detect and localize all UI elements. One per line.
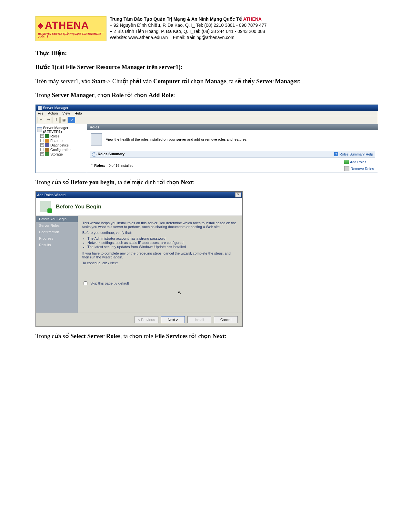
configuration-icon (45, 148, 49, 152)
wizard-continue-note: To continue, click Next. (82, 261, 238, 265)
remove-icon (344, 166, 349, 171)
org-banner: ◈ ATHENA TRUNG TÂM ĐÀO TẠO QUẢN TRỊ MẠNG… (35, 16, 376, 41)
nav-tree: Server Manager (SERVER1) +Roles +Feature… (36, 124, 87, 173)
nav-server-roles[interactable]: Server Roles (36, 222, 78, 229)
window-titlebar[interactable]: Server Manager (36, 105, 378, 111)
wizard-button-bar: < Previous Next > Install Cancel (36, 313, 242, 326)
wizard-nav: Before You Begin Server Roles Confirmati… (36, 216, 78, 313)
menu-action[interactable]: Action (48, 111, 58, 115)
tree-root[interactable]: Server Manager (SERVER1) (37, 125, 85, 134)
para-3: Trong cửa sổ Before you begin, ta để mặc… (35, 177, 376, 187)
roles-summary-bar[interactable]: ˄Roles Summary ?Roles Summary Help (90, 151, 375, 158)
verify-item-2: Network settings, such as static IP addr… (87, 241, 238, 245)
toolbar-help-button[interactable]: ? (68, 117, 75, 123)
storage-icon (45, 152, 49, 156)
tree-roles[interactable]: +Roles (37, 134, 85, 138)
wizard-intro: This wizard helps you install roles on t… (82, 221, 238, 229)
org-address-1: + 92 Nguyễn Đình Chiểu, P. Đa Kao, Q. I_… (110, 22, 266, 28)
server-manager-window: Server Manager File Action View Help ⇦ ⇨… (35, 105, 378, 173)
wizard-header: Before You Begin (36, 198, 242, 216)
menu-help[interactable]: Help (75, 111, 82, 115)
diagnostics-icon (45, 143, 49, 147)
expand-icon[interactable]: + (40, 139, 44, 142)
logo-tagline: TRUNG TÂM ĐÀO TẠO QUẢN TRỊ MẠNG & AN NIN… (38, 32, 104, 38)
previous-button: < Previous (135, 316, 158, 323)
wizard-verify: Before you continue, verify that: (82, 231, 238, 235)
expand-icon[interactable]: + (40, 143, 44, 147)
collapse-icon[interactable]: ˄ (92, 152, 96, 157)
logo-brand-text: ATHENA (45, 19, 89, 31)
up-icon: ⇧ (55, 118, 58, 122)
wizard-content: This wizard helps you install roles on t… (78, 216, 242, 313)
toolbar-properties-button[interactable]: ▦ (60, 117, 67, 123)
tree-configuration[interactable]: +Configuration (37, 147, 85, 152)
skip-page-checkbox[interactable] (84, 281, 87, 285)
roles-summary-label: Roles Summary (98, 152, 125, 156)
panel-description: View the health of the roles installed o… (106, 137, 247, 141)
roles-count-value: 0 of 16 installed (109, 164, 134, 167)
wizard-header-title: Before You Begin (56, 204, 101, 210)
verify-item-3: The latest security updates from Windows… (87, 245, 238, 249)
add-icon (344, 160, 349, 164)
org-web-email: Website: www.athena.edu.vn _ Email: trai… (110, 35, 266, 41)
nav-confirmation[interactable]: Confirmation (36, 229, 78, 235)
app-icon (38, 106, 42, 110)
add-roles-wizard-window: Add Roles Wizard ✕ Before You Begin Befo… (35, 191, 243, 327)
tree-storage[interactable]: +Storage (37, 152, 85, 156)
remove-roles-link[interactable]: Remove Roles (344, 166, 374, 171)
properties-icon: ▦ (62, 118, 65, 122)
roles-summary-help-link[interactable]: ?Roles Summary Help (334, 152, 373, 156)
help-icon: ? (334, 152, 338, 156)
tree-diagnostics[interactable]: +Diagnostics (37, 143, 85, 147)
menu-file[interactable]: File (38, 111, 44, 115)
tree-features[interactable]: +Features (37, 138, 85, 143)
logo-diamond-icon: ◈ (38, 21, 44, 30)
back-icon: ⇦ (39, 118, 42, 122)
roles-count-label: Roles: (94, 164, 105, 167)
nav-results[interactable]: Results (36, 242, 78, 248)
heading-buoc1: Bước 1(cài File Server Resource Manager … (35, 64, 183, 70)
toolbar-back-button[interactable]: ⇦ (37, 117, 44, 123)
org-address-2: + 2 Bis Đinh Tiên Hoàng, P. Đa Kao, Q. I… (110, 28, 266, 35)
install-button: Install (187, 316, 211, 323)
wizard-verify-list: The Administrator account has a strong p… (82, 236, 238, 249)
expand-icon[interactable]: + (40, 148, 44, 151)
nav-before-you-begin[interactable]: Before You Begin (36, 216, 78, 222)
wizard-titlebar[interactable]: Add Roles Wizard ✕ (36, 192, 242, 198)
org-title-brand: ATHENA (243, 16, 262, 22)
heading-thuc-hien: Thực Hiện: (35, 50, 67, 56)
para-4: Trong cửa sổ Select Server Roles, ta chọ… (35, 331, 376, 341)
cancel-button[interactable]: Cancel (214, 316, 238, 323)
verify-item-1: The Administrator account has a strong p… (87, 236, 238, 240)
toolbar-forward-button[interactable]: ⇨ (45, 117, 52, 123)
nav-progress[interactable]: Progress (36, 235, 78, 242)
wizard-header-icon (40, 201, 51, 212)
close-button[interactable]: ✕ (235, 192, 241, 197)
roles-large-icon (91, 133, 102, 146)
expand-icon[interactable]: + (40, 152, 44, 156)
add-roles-link[interactable]: Add Roles (344, 160, 374, 164)
collapse-icon[interactable]: ˄ (91, 163, 93, 167)
roles-icon (45, 134, 49, 138)
org-title: Trung Tâm Đào Tạo Quản Trị Mạng & An Nin… (110, 16, 243, 22)
menubar: File Action View Help (36, 111, 378, 116)
org-logo: ◈ ATHENA TRUNG TÂM ĐÀO TẠO QUẢN TRỊ MẠNG… (35, 16, 106, 41)
menu-view[interactable]: View (62, 111, 70, 115)
cursor-icon: ↖ (178, 290, 182, 295)
forward-icon: ⇨ (47, 118, 50, 122)
toolbar-up-button[interactable]: ⇧ (53, 117, 60, 123)
help-icon: ? (71, 118, 73, 122)
features-icon (45, 139, 49, 143)
wizard-complete-note: If you have to complete any of the prece… (82, 251, 238, 259)
panel-header: Roles (87, 124, 378, 130)
expand-icon[interactable]: + (40, 134, 44, 138)
org-contact: Trung Tâm Đào Tạo Quản Trị Mạng & An Nin… (106, 16, 266, 41)
next-button[interactable]: Next > (161, 316, 185, 323)
wizard-title: Add Roles Wizard (37, 193, 65, 197)
skip-page-label: Skip this page by default (90, 281, 129, 285)
toolbar: ⇦ ⇨ ⇧ ▦ ? (36, 116, 378, 124)
window-title: Server Manager (43, 106, 68, 110)
main-panel: Roles View the health of the roles insta… (87, 124, 378, 173)
server-icon (37, 127, 42, 132)
para-1: Trên máy server1, vào Start-> Chuột phải… (35, 76, 376, 86)
